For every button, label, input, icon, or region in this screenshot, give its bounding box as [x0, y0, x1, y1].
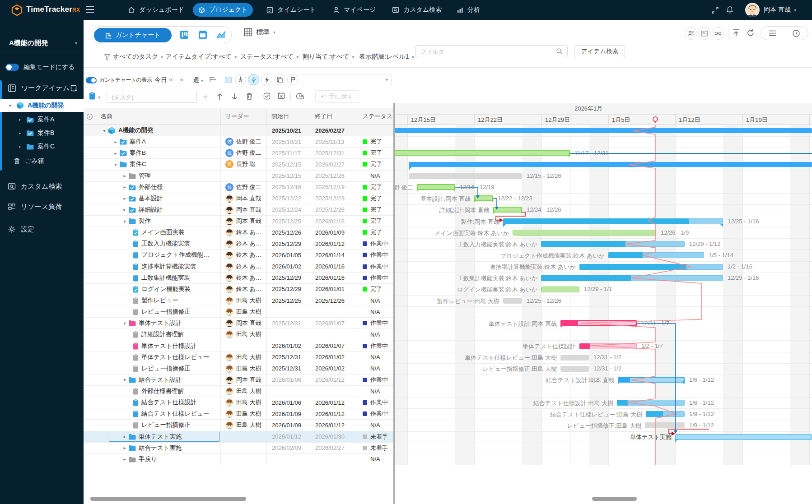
- task-name-cell[interactable]: ▸ 基本設計: [96, 193, 220, 204]
- table-row[interactable]: ▾ A機能の開発 2025/10/21 2026/02/27: [84, 125, 393, 136]
- gantt-bar[interactable]: [409, 162, 812, 167]
- sidebar-workitem-header[interactable]: ワークアイテム: [0, 81, 84, 95]
- start-date-cell[interactable]: [266, 386, 310, 397]
- status-cell[interactable]: 未着手: [358, 443, 393, 453]
- start-date-cell[interactable]: 2026/01/12: [266, 431, 310, 442]
- start-date-cell[interactable]: 2025/12/15: [266, 171, 310, 181]
- search-icon[interactable]: [556, 48, 563, 55]
- status-cell[interactable]: N/A: [358, 352, 393, 363]
- task-type-icon[interactable]: [89, 92, 96, 100]
- end-date-cell[interactable]: 2026/01/16: [310, 261, 358, 272]
- start-date-cell[interactable]: 2026/01/06: [266, 375, 310, 385]
- row-chevron-icon[interactable]: ▸: [121, 173, 128, 178]
- leader-cell[interactable]: [220, 454, 266, 465]
- tree-chevron-icon[interactable]: ▸: [19, 144, 26, 149]
- table-row[interactable]: ▸ 単体テスト実施 2026/01/12 2026/01/30 未着手: [84, 431, 393, 443]
- task-name-cell[interactable]: プロジェクト作成機能…: [96, 250, 220, 260]
- table-row[interactable]: 詳細設計書理解 田島 大樹 N/A: [84, 329, 393, 340]
- row-chevron-icon[interactable]: ▾: [121, 219, 128, 224]
- start-date-cell[interactable]: 2026/02/09: [266, 443, 310, 453]
- start-date-cell[interactable]: 2025/10/21: [266, 136, 310, 147]
- table-row[interactable]: 結合テスト仕様設計 田島 大樹 2026/01/06 2026/01/12 作業…: [84, 397, 393, 408]
- status-cell[interactable]: N/A: [358, 329, 393, 340]
- task-name-cell[interactable]: 工数入力機能実装: [96, 238, 220, 249]
- end-date-cell[interactable]: 2026/01/16: [310, 216, 358, 227]
- table-row[interactable]: プロジェクト作成機能… 鈴木 あ… 2026/01/05 2026/01/14 …: [84, 250, 393, 261]
- task-name-cell[interactable]: ログイン機能実装: [96, 284, 220, 295]
- status-cell[interactable]: 作業中: [358, 273, 393, 283]
- status-cell[interactable]: 完了: [358, 182, 393, 193]
- row-chevron-icon[interactable]: ▸: [112, 151, 119, 156]
- gantt-bar[interactable]: [560, 366, 589, 372]
- end-date-cell[interactable]: 2026/01/12: [310, 397, 358, 408]
- view-tab-chart-icon[interactable]: [216, 30, 227, 40]
- status-cell[interactable]: 完了: [358, 284, 393, 295]
- table-row[interactable]: ▾ 案件C 長長野 聡 2025/12/15 2026/02/27 完了: [84, 159, 393, 170]
- table-row[interactable]: 工数集計機能実装 鈴木 あ… 2025/12/29 2026/01/16 作業中: [84, 273, 393, 284]
- status-cell[interactable]: 作業中: [358, 340, 393, 351]
- leader-cell[interactable]: [220, 443, 266, 453]
- end-date-cell[interactable]: 2025/12/23: [310, 193, 358, 204]
- leader-cell[interactable]: [220, 340, 266, 351]
- task-name-cell[interactable]: 結合テスト仕様設計: [96, 397, 220, 408]
- filter-0[interactable]: すべてのタスク▾: [104, 51, 163, 62]
- status-cell[interactable]: N/A: [358, 306, 393, 317]
- sidebar-tree-案件C[interactable]: ▸ 案件C: [0, 140, 84, 153]
- table-row[interactable]: 単体テスト仕様レビュー 田島 大樹 2025/12/31 2026/01/02 …: [84, 352, 393, 363]
- gantt-bar[interactable]: [503, 298, 522, 304]
- end-date-cell[interactable]: 2026/01/16: [310, 273, 358, 283]
- new-task-input[interactable]: (タスク): [107, 91, 197, 103]
- task-name-cell[interactable]: ▸ 案件B: [96, 148, 220, 158]
- end-date-cell[interactable]: 2026/01/07: [310, 318, 358, 328]
- leader-cell[interactable]: 田島 大樹: [220, 397, 266, 408]
- export-icon[interactable]: [732, 28, 741, 37]
- assignee-view-button[interactable]: [685, 27, 697, 40]
- start-date-cell[interactable]: [266, 306, 310, 317]
- table-row[interactable]: メイン画面実装 鈴木 あ… 2025/12/26 2026/01/09 完了: [84, 227, 393, 238]
- row-chevron-icon[interactable]: ▸: [121, 457, 128, 462]
- gantt-bar[interactable]: [579, 264, 723, 270]
- row-chevron-icon[interactable]: ▸: [121, 445, 128, 450]
- column-header-status[interactable]: ステータス: [358, 108, 393, 125]
- sidebar-tree-A機能の開発[interactable]: ▾ A機能の開発: [0, 99, 84, 112]
- start-date-cell[interactable]: 2025/12/29: [266, 273, 310, 283]
- leader-cell[interactable]: 田島 大樹: [220, 386, 266, 397]
- table-hscrollbar[interactable]: [90, 497, 246, 501]
- end-date-cell[interactable]: 2026/02/27: [310, 159, 358, 170]
- row-chevron-icon[interactable]: ▸: [121, 185, 128, 190]
- milestone-icon[interactable]: [209, 76, 218, 83]
- gantt-bar[interactable]: [417, 184, 455, 190]
- task-name-cell[interactable]: ▸ 結合テスト実施: [96, 443, 220, 453]
- menu-icon[interactable]: [769, 30, 776, 36]
- refresh-icon[interactable]: [746, 28, 755, 37]
- item-search-button[interactable]: アイテム検索: [574, 45, 625, 57]
- edit-mode-toggle-row[interactable]: 編集モードにする: [0, 61, 84, 73]
- row-chevron-icon[interactable]: ▾: [121, 321, 128, 326]
- undo-button[interactable]: ↶元に戻す: [315, 90, 359, 103]
- copy-schedule-button[interactable]: [274, 74, 285, 85]
- row-chevron-icon[interactable]: ▸: [121, 196, 128, 201]
- clock-icon[interactable]: [792, 29, 800, 37]
- end-date-cell[interactable]: [310, 306, 358, 317]
- gantt-bar[interactable]: [503, 218, 723, 224]
- status-cell[interactable]: 作業中: [358, 250, 393, 260]
- leader-cell[interactable]: 鈴木 あ…: [220, 284, 266, 295]
- start-date-cell[interactable]: 2025/12/29: [266, 284, 310, 295]
- end-date-cell[interactable]: 2026/01/02: [310, 352, 358, 363]
- add-workitem-icon[interactable]: [70, 84, 78, 92]
- leader-cell[interactable]: 佐佐野 俊二: [220, 148, 266, 158]
- task-name-cell[interactable]: ▸ 単体テスト実施: [96, 431, 220, 442]
- table-row[interactable]: ▸ 外部仕様 佐佐野 俊二 2025/12/16 2025/12/19 完了: [84, 182, 393, 193]
- calendar-light-icon[interactable]: [224, 76, 232, 83]
- sidebar-tree-案件B[interactable]: ▸ 案件B: [0, 127, 84, 139]
- start-date-cell[interactable]: 2026/01/09: [266, 420, 310, 430]
- status-cell[interactable]: 作業中: [358, 397, 393, 408]
- layout-standard-select[interactable]: 標準 ▾: [244, 28, 275, 37]
- status-cell[interactable]: 完了: [358, 227, 393, 238]
- table-row[interactable]: 製作レビュー 田島 大樹 2025/12/25 2025/12/26 N/A: [84, 295, 393, 306]
- task-name-cell[interactable]: ▾ A機能の開発: [96, 125, 220, 136]
- task-name-cell[interactable]: ▸ 詳細設計: [96, 204, 220, 215]
- sidebar-project-title[interactable]: A機能の開発 ▾: [0, 36, 84, 50]
- table-row[interactable]: レビュー指摘修正 田島 大樹 2025/12/31 2026/01/02 N/A: [84, 363, 393, 375]
- end-date-cell[interactable]: 2025/12/26: [310, 204, 358, 215]
